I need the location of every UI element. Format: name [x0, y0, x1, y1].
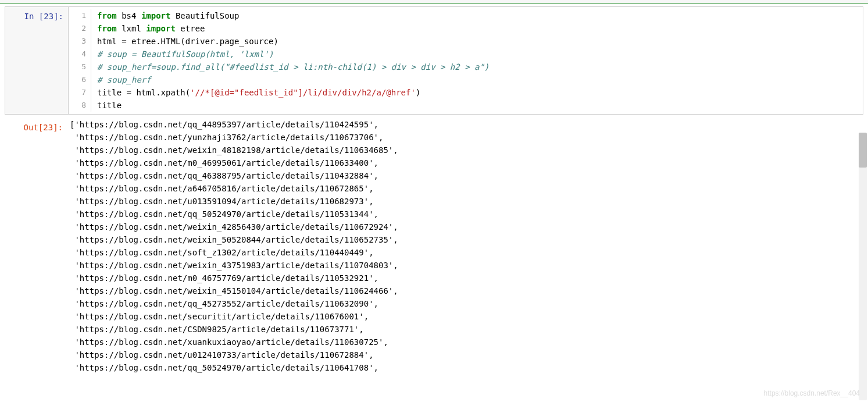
code-line[interactable]: 1 from bs4 import BeautifulSoup	[69, 9, 863, 22]
identifier: etree	[176, 24, 205, 33]
identifier: )	[416, 88, 420, 97]
operator: =	[122, 37, 126, 46]
comment: # soup_herf	[97, 73, 151, 86]
watermark: https://blog.csdn.net/Rex__404	[764, 389, 860, 397]
code-line[interactable]: 3 html = etree.HTML(driver.page_source)	[69, 35, 863, 48]
line-number: 2	[69, 22, 91, 35]
code-line[interactable]: 8 title	[69, 99, 863, 112]
comment: # soup = BeautifulSoup(html, 'lxml')	[97, 48, 273, 61]
code-line[interactable]: 6 # soup_herf	[69, 73, 863, 86]
line-number: 7	[69, 86, 91, 99]
code-editor[interactable]: 1 from bs4 import BeautifulSoup 2 from l…	[68, 7, 863, 114]
output-cell: Out[23]: ['https://blog.csdn.net/qq_4489…	[0, 115, 868, 374]
line-number: 3	[69, 35, 91, 48]
output-text[interactable]: ['https://blog.csdn.net/qq_44895397/arti…	[67, 118, 863, 374]
identifier: title	[97, 99, 122, 112]
identifier: html.xpath(	[131, 88, 190, 97]
keyword: import	[146, 24, 176, 33]
string: '//*[@id="feedlist_id"]/li/div/div/h2/a/…	[190, 88, 416, 97]
line-number: 8	[69, 99, 91, 112]
out-prompt: Out[23]:	[5, 118, 67, 374]
keyword: from	[97, 11, 117, 20]
code-line[interactable]: 5 # soup_herf=soup.find_all("#feedlist_i…	[69, 61, 863, 73]
comment: # soup_herf=soup.find_all("#feedlist_id …	[97, 61, 489, 73]
jupyter-notebook: In [23]: 1 from bs4 import BeautifulSoup…	[0, 0, 868, 402]
code-line[interactable]: 2 from lxml import etree	[69, 22, 863, 35]
identifier: html	[97, 37, 122, 46]
identifier: lxml	[117, 24, 147, 33]
line-number: 1	[69, 9, 91, 22]
line-number: 4	[69, 48, 91, 61]
operator: =	[127, 88, 131, 97]
divider	[0, 3, 868, 4]
scrollbar-thumb[interactable]	[859, 133, 867, 168]
identifier: BeautifulSoup	[170, 11, 239, 20]
scrollbar-track[interactable]	[859, 133, 867, 400]
input-cell[interactable]: In [23]: 1 from bs4 import BeautifulSoup…	[5, 6, 863, 115]
code-line[interactable]: 4 # soup = BeautifulSoup(html, 'lxml')	[69, 48, 863, 61]
in-prompt: In [23]:	[5, 7, 68, 114]
identifier: bs4	[117, 11, 141, 20]
code-line[interactable]: 7 title = html.xpath('//*[@id="feedlist_…	[69, 86, 863, 99]
keyword: from	[97, 24, 117, 33]
identifier: title	[97, 88, 127, 97]
keyword: import	[141, 11, 171, 20]
line-number: 6	[69, 73, 91, 86]
line-number: 5	[69, 61, 91, 73]
identifier: etree.HTML(driver.page_source)	[127, 37, 278, 46]
